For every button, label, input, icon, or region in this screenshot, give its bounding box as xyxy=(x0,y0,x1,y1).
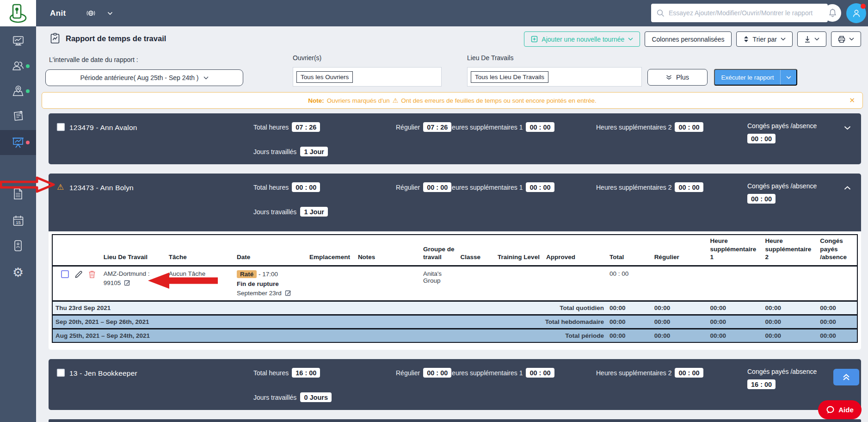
search-icon xyxy=(657,9,665,17)
help-button-label: Aide xyxy=(838,406,854,414)
notifications-button[interactable] xyxy=(824,4,841,22)
table-header-row: Lieu De Travail Tâche Date Emplacement N… xyxy=(52,235,857,266)
date-range-select[interactable]: Période antérieure( Aug 25th - Sep 24th … xyxy=(45,69,243,86)
location-cell xyxy=(307,266,355,301)
column-header: Total xyxy=(607,235,652,266)
edit-note-icon[interactable] xyxy=(285,290,291,296)
page-header: Rapport de temps de travail Ajouter une … xyxy=(36,26,868,51)
sidebar-item-ouvriers[interactable] xyxy=(0,54,36,78)
search-input[interactable] xyxy=(669,9,822,17)
workplaces-chip[interactable]: Tous les Lieu De Travails xyxy=(471,71,548,83)
close-icon[interactable]: ✕ xyxy=(849,96,855,105)
language-chevron-down-icon[interactable] xyxy=(107,12,113,15)
paid-leave-value: 00 : 00 xyxy=(747,134,776,143)
print-button[interactable] xyxy=(831,31,861,47)
paid-leave-value: 16 : 00 xyxy=(747,379,776,389)
regular-cell xyxy=(652,266,708,301)
help-button[interactable]: Aide xyxy=(818,400,862,419)
dashboard-monitor-icon xyxy=(12,35,25,47)
employee-checkbox[interactable] xyxy=(57,369,65,377)
more-filters-button[interactable]: Plus xyxy=(647,69,708,86)
scroll-to-top-button[interactable] xyxy=(833,369,859,385)
stat-label: Heures supplémentaires 1 xyxy=(447,369,523,377)
stat-label: Heures supplémentaires 1 xyxy=(447,184,523,191)
total-value: 00:00 xyxy=(708,301,763,315)
date-range-label: L'intervalle de date du rapport : xyxy=(49,56,138,63)
edit-pencil-icon[interactable] xyxy=(74,270,83,279)
global-search[interactable] xyxy=(651,4,828,22)
stat-label: Congés payés /absence xyxy=(747,122,817,130)
users-icon xyxy=(12,60,25,72)
workplaces-label: Lieu De Travails xyxy=(467,54,513,62)
run-report-button[interactable]: Exécuter le rapport xyxy=(714,69,797,86)
main-content: Rapport de temps de travail Ajouter une … xyxy=(36,26,868,422)
column-header: Groupe de travail xyxy=(420,235,458,266)
report-clipboard-icon xyxy=(50,33,60,44)
chat-bubble-icon xyxy=(826,406,835,414)
note-text-before: Ouvriers marqués d'un xyxy=(327,97,390,104)
sidebar-item-rapports[interactable] xyxy=(0,130,36,155)
download-button[interactable] xyxy=(797,31,826,47)
overtime1-cell xyxy=(708,266,763,301)
custom-columns-button[interactable]: Colonnes personnalisées xyxy=(645,31,731,47)
stat-label: Jours travaillés xyxy=(253,148,296,155)
map-pin-icon xyxy=(12,85,25,98)
total-cell: 00 : 00 xyxy=(607,266,652,301)
total-value: 00:00 xyxy=(652,315,708,329)
run-report-menu-toggle[interactable] xyxy=(781,76,796,79)
stat-label: Heures supplémentaires 1 xyxy=(447,124,523,131)
column-header: Régulier xyxy=(652,235,708,266)
employee-name: 123473 - Ann Bolyn xyxy=(69,184,134,192)
total-value: 00:00 xyxy=(817,329,857,342)
employee-checkbox[interactable] xyxy=(57,123,65,131)
brand-name: Anit xyxy=(50,9,66,18)
sort-by-button[interactable]: Trier par xyxy=(736,31,793,47)
total-value: 00:00 xyxy=(817,315,857,329)
paid-leave-cell xyxy=(817,266,857,301)
add-tour-button[interactable]: Ajouter une nouvelle tournée xyxy=(524,31,640,47)
stat-label: Total heures xyxy=(253,184,289,191)
expand-chevron-down-icon[interactable] xyxy=(844,124,851,132)
globe-icon[interactable] xyxy=(86,9,95,18)
sidebar-item-calendrier[interactable]: 15 xyxy=(0,209,36,233)
user-avatar[interactable] xyxy=(846,3,866,23)
stat-label: Congés payés /absence xyxy=(747,368,817,375)
svg-text:15: 15 xyxy=(16,220,21,225)
employee-card-ann-bolyn: ⚠ 123473 - Ann Bolyn Total heures00 : 00… xyxy=(49,174,861,350)
delete-trash-icon[interactable] xyxy=(88,270,96,279)
workers-input[interactable]: Tous les Ouvriers xyxy=(293,67,442,87)
stat-label: Jours travaillés xyxy=(253,208,296,216)
workers-chip[interactable]: Tous les Ouvriers xyxy=(296,71,353,83)
stat-label: Total heures xyxy=(253,124,289,131)
total-value: 00:00 xyxy=(708,315,763,329)
sidebar-item-lieux[interactable] xyxy=(0,79,36,103)
stat-label: Régulier xyxy=(396,184,420,191)
stat-label: Total heures xyxy=(253,369,289,377)
weekly-date-range: Sep 20th, 2021 – Sep 26th, 2021 xyxy=(55,318,149,325)
double-chevron-up-icon xyxy=(842,373,851,381)
sidebar-item-pointage[interactable] xyxy=(0,234,36,258)
employee-name: 13 - Jen Bookkeeper xyxy=(69,369,137,378)
collapse-chevron-up-icon[interactable] xyxy=(844,184,851,192)
top-bar: Anit xyxy=(36,0,868,26)
daily-date: Thu 23rd Sep 2021 xyxy=(55,304,111,311)
sidebar-item-taches[interactable] xyxy=(0,104,36,128)
sidebar-item-parametres[interactable]: ⚙ xyxy=(0,261,36,285)
overtime1-value: 00 : 00 xyxy=(526,182,554,192)
app-logo[interactable] xyxy=(0,0,36,26)
edit-note-icon[interactable] xyxy=(124,279,130,286)
person-icon xyxy=(851,8,862,19)
sidebar-item-dashboard[interactable] xyxy=(0,29,36,53)
green-status-dot xyxy=(26,89,30,93)
workplaces-input[interactable]: Tous les Lieu De Travails xyxy=(467,67,642,87)
timesheet-table: Lieu De Travail Tâche Date Emplacement N… xyxy=(52,234,858,343)
total-value: 00:00 xyxy=(762,329,817,342)
row-checkbox[interactable] xyxy=(61,270,69,278)
days-worked-value: 1 Jour xyxy=(300,147,328,156)
download-icon xyxy=(804,36,811,43)
class-cell xyxy=(458,266,495,301)
timesheet-row: AMZ-Dortmund : 99105 Aucun Tâche xyxy=(52,266,857,301)
sidebar-item-documents[interactable] xyxy=(0,182,36,206)
column-header: Classe xyxy=(458,235,495,266)
document-icon xyxy=(12,187,24,200)
